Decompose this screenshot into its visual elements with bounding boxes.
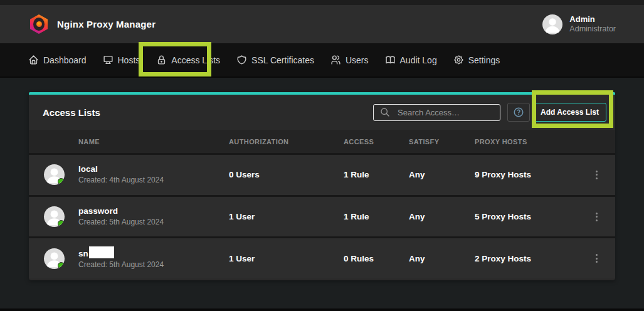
card-header: Access Lists Add Access List bbox=[29, 95, 615, 130]
access-value: 0 Rules bbox=[344, 254, 409, 263]
user-menu[interactable]: Admin Administrator bbox=[542, 14, 616, 34]
satisfy-value: Any bbox=[409, 254, 475, 263]
nav-label: Dashboard bbox=[43, 55, 87, 65]
brand[interactable]: Nginx Proxy Manager bbox=[30, 14, 156, 34]
search-input[interactable] bbox=[373, 104, 500, 121]
user-role: Administrator bbox=[569, 24, 616, 34]
access-list-name: local bbox=[78, 164, 164, 175]
user-avatar bbox=[542, 14, 562, 34]
add-access-list-button[interactable]: Add Access List bbox=[533, 103, 606, 122]
help-circle-icon bbox=[513, 107, 524, 118]
main-content: Access Lists Add Access List NAME AUTHOR… bbox=[0, 78, 644, 308]
home-icon bbox=[28, 55, 39, 65]
nav-item-audit-log[interactable]: Audit Log bbox=[385, 55, 437, 65]
app-title: Nginx Proxy Manager bbox=[57, 19, 156, 29]
shield-icon bbox=[236, 55, 247, 65]
authorization-value: 1 User bbox=[229, 212, 344, 221]
nav-item-settings[interactable]: Settings bbox=[453, 55, 500, 65]
table-body: local Created: 4th August 2024 0 Users 1… bbox=[29, 153, 615, 278]
satisfy-value: Any bbox=[409, 170, 475, 179]
nav-item-users[interactable]: Users bbox=[330, 55, 369, 65]
proxy-hosts-value: 5 Proxy Hosts bbox=[475, 212, 584, 221]
column-header-access: ACCESS bbox=[344, 138, 409, 145]
table-row[interactable]: password Created: 5th August 2024 1 User… bbox=[29, 195, 615, 237]
column-header-name: NAME bbox=[29, 138, 229, 145]
lock-icon bbox=[156, 55, 167, 65]
table-header: NAME AUTHORIZATION ACCESS SATISFY PROXY … bbox=[29, 130, 615, 153]
column-header-authorization: AUTHORIZATION bbox=[229, 138, 344, 145]
window-top-strip bbox=[0, 0, 644, 5]
user-name: Admin bbox=[569, 14, 616, 24]
redaction-box bbox=[89, 246, 114, 258]
nav-item-hosts[interactable]: Hosts bbox=[103, 55, 140, 65]
access-value: 1 Rule bbox=[344, 170, 409, 179]
person-icon bbox=[542, 14, 562, 34]
online-status-dot bbox=[58, 262, 65, 269]
main-nav: Dashboard Hosts Access Lists SSL Certifi… bbox=[0, 43, 644, 78]
app-header: Nginx Proxy Manager Admin Administrator bbox=[0, 5, 644, 43]
nav-label: Access Lists bbox=[171, 55, 220, 65]
nav-item-access-lists[interactable]: Access Lists bbox=[156, 55, 220, 65]
nav-label: SSL Certificates bbox=[251, 55, 314, 65]
row-actions-menu[interactable] bbox=[592, 250, 601, 266]
access-list-name: password bbox=[78, 206, 164, 217]
search-icon bbox=[380, 107, 390, 117]
access-value: 1 Rule bbox=[344, 212, 409, 221]
access-lists-card: Access Lists Add Access List NAME AUTHOR… bbox=[29, 92, 615, 280]
nginx-proxy-manager-logo-icon bbox=[30, 14, 48, 34]
satisfy-value: Any bbox=[409, 212, 475, 221]
online-status-dot bbox=[58, 220, 65, 227]
nav-label: Hosts bbox=[118, 55, 140, 65]
avatar bbox=[44, 206, 65, 227]
row-actions-menu[interactable] bbox=[592, 209, 601, 225]
nav-item-dashboard[interactable]: Dashboard bbox=[28, 55, 87, 65]
proxy-hosts-value: 2 Proxy Hosts bbox=[475, 254, 584, 263]
book-icon bbox=[385, 55, 396, 65]
help-button[interactable] bbox=[507, 103, 530, 122]
authorization-value: 1 User bbox=[229, 254, 344, 263]
page-title: Access Lists bbox=[43, 107, 100, 118]
online-status-dot bbox=[58, 178, 65, 185]
table-row[interactable]: sn Created: 5th August 2024 1 User 0 Rul… bbox=[29, 236, 615, 278]
proxy-hosts-value: 9 Proxy Hosts bbox=[475, 170, 584, 179]
avatar bbox=[44, 248, 65, 269]
row-actions-menu[interactable] bbox=[592, 167, 601, 183]
nav-label: Users bbox=[346, 55, 369, 65]
column-header-satisfy: SATISFY bbox=[409, 138, 475, 145]
nav-item-ssl-certificates[interactable]: SSL Certificates bbox=[236, 55, 314, 65]
nav-label: Settings bbox=[468, 55, 500, 65]
person-icon bbox=[44, 164, 65, 185]
monitor-icon bbox=[103, 55, 113, 65]
table-row[interactable]: local Created: 4th August 2024 0 Users 1… bbox=[29, 153, 615, 195]
avatar bbox=[44, 164, 65, 185]
created-date: Created: 5th August 2024 bbox=[78, 217, 164, 228]
gear-icon bbox=[453, 55, 464, 65]
window-bottom-strip bbox=[0, 308, 644, 311]
created-date: Created: 5th August 2024 bbox=[78, 260, 164, 270]
users-icon bbox=[330, 55, 341, 65]
created-date: Created: 4th August 2024 bbox=[78, 175, 164, 186]
column-header-proxy-hosts: PROXY HOSTS bbox=[475, 138, 584, 145]
authorization-value: 0 Users bbox=[229, 170, 344, 179]
nav-label: Audit Log bbox=[400, 55, 437, 65]
access-list-name: sn bbox=[78, 246, 164, 260]
